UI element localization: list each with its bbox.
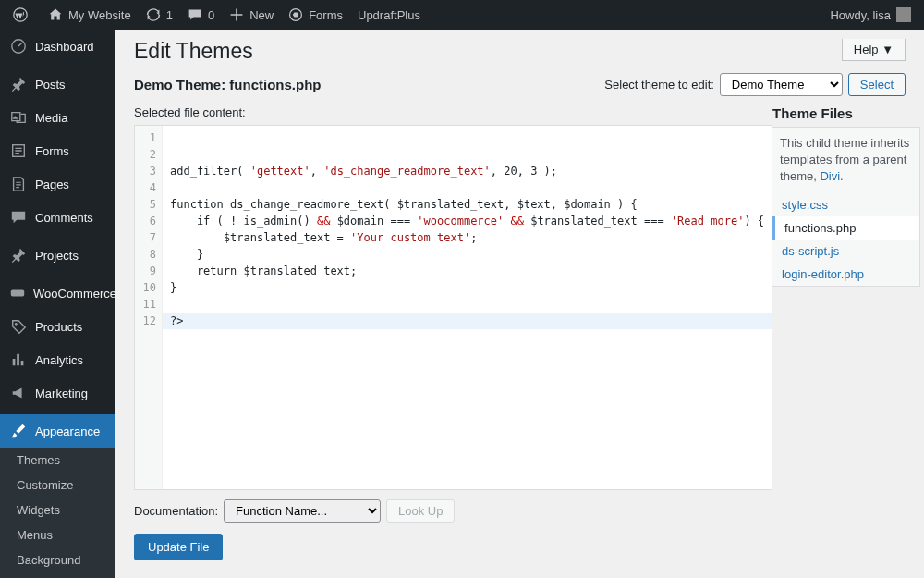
comment-icon [9,208,28,227]
sidebar-item-marketing[interactable]: Marketing [0,376,116,410]
parent-theme-link[interactable]: Divi [820,169,840,183]
page-icon [9,175,28,193]
new-content[interactable]: New [222,0,281,30]
site-name-label: My Website [68,8,131,22]
help-tab[interactable]: Help ▼ [842,39,906,61]
tag-icon [9,317,28,336]
updates-count: 1 [166,8,173,22]
new-label: New [249,8,274,22]
selected-file-label: Selected file content: [134,105,772,119]
sidebar-item-products[interactable]: Products [0,310,116,343]
sidebar-item-label: WooCommerce [33,287,116,301]
pin-icon [9,75,28,93]
line-gutter: 1 2 3 4 5 6 7 8 9 10 11 12 [135,126,163,489]
select-theme-label: Select theme to edit: [604,78,714,92]
forms-icon [288,7,303,22]
theme-file-functions-php[interactable]: functions.php [772,216,919,240]
updates[interactable]: 1 [139,0,180,30]
svg-rect-4 [11,289,24,296]
chart-icon [9,350,28,369]
mega-icon [9,384,28,402]
admin-bar: My Website 1 0 New Forms UpdraftPlus How… [0,0,924,30]
sidebar-item-label: Pages [35,178,69,191]
lookup-button[interactable]: Look Up [386,499,455,523]
sidebar-item-comments[interactable]: Comments [0,201,116,234]
page-title: Edit Themes [134,39,906,64]
site-name[interactable]: My Website [41,0,139,30]
sidebar-item-analytics[interactable]: Analytics [0,343,116,376]
submenu-menus[interactable]: Menus [0,523,116,547]
documentation-select[interactable]: Function Name... [224,499,381,523]
theme-file-style-css[interactable]: style.css [772,193,919,216]
comments-bar[interactable]: 0 [180,0,222,30]
home-icon [48,7,63,22]
theme-file-ds-script-js[interactable]: ds-script.js [772,240,919,263]
media-icon [9,108,28,127]
sidebar-item-label: Posts [35,78,66,92]
updraft-label: UpdraftPlus [358,8,420,22]
howdy-label: Howdy, lisa [830,8,891,22]
plus-icon [229,7,244,22]
avatar [896,7,911,22]
inherit-note: This child theme inherits templates from… [772,128,919,193]
theme-select[interactable]: Demo Theme [720,73,843,96]
theme-file-login-editor-php[interactable]: login-editor.php [772,263,919,286]
comments-count: 0 [208,8,214,22]
my-account[interactable]: Howdy, lisa [822,0,918,30]
sidebar-item-label: Products [35,320,82,334]
submenu-customize[interactable]: Customize [0,473,116,498]
code-editor[interactable]: 1 2 3 4 5 6 7 8 9 10 11 12 add_filter( '… [134,125,772,490]
forms-icon [9,141,28,160]
sidebar-item-label: Comments [35,211,93,225]
sidebar-item-label: Media [35,111,67,125]
submenu-background[interactable]: Background [0,547,116,572]
submenu-themes[interactable]: Themes [0,448,116,473]
doc-label: Documentation: [134,504,218,518]
sidebar-item-forms[interactable]: Forms [0,134,116,167]
select-button[interactable]: Select [848,73,906,96]
woo-icon [9,284,26,302]
sidebar-item-woocommerce[interactable]: WooCommerce [0,277,116,310]
sidebar-item-label: Projects [35,249,79,263]
sidebar-item-pages[interactable]: Pages [0,167,116,201]
sidebar-item-label: Dashboard [35,40,94,54]
sidebar-item-label: Analytics [35,353,83,367]
sidebar-item-posts[interactable]: Posts [0,68,116,101]
sidebar-item-label: Marketing [35,387,88,400]
wordpress-icon [13,7,28,22]
theme-files-panel: This child theme inherits templates from… [772,127,920,287]
admin-sidebar: DashboardPostsMediaFormsPagesCommentsPro… [0,30,116,578]
refresh-icon [146,7,161,22]
wp-logo[interactable] [6,0,41,30]
comment-icon [188,7,202,22]
sidebar-item-projects[interactable]: Projects [0,239,116,272]
updraft-bar[interactable]: UpdraftPlus [350,0,428,30]
update-file-button[interactable]: Update File [134,534,223,560]
file-heading: Demo Theme: functions.php [134,77,322,92]
sidebar-item-appearance[interactable]: Appearance [0,414,116,448]
theme-files-heading: Theme Files [772,105,920,121]
svg-point-5 [15,323,18,326]
sidebar-item-label: Forms [35,144,69,158]
main-content: Help ▼ Edit Themes Demo Theme: functions… [116,30,924,578]
submenu-widgets[interactable]: Widgets [0,498,116,523]
brush-icon [9,422,28,440]
code-lines[interactable]: add_filter( 'gettext', 'ds_change_readmo… [163,126,772,489]
sidebar-item-dashboard[interactable]: Dashboard [0,30,116,63]
sidebar-item-label: Appearance [35,424,100,438]
forms-bar[interactable]: Forms [281,0,350,30]
forms-label: Forms [309,8,343,22]
sidebar-item-media[interactable]: Media [0,101,116,134]
pin-icon [9,246,28,264]
submenu-theme-editor[interactable]: Theme Editor [0,572,116,578]
dash-icon [9,37,28,55]
